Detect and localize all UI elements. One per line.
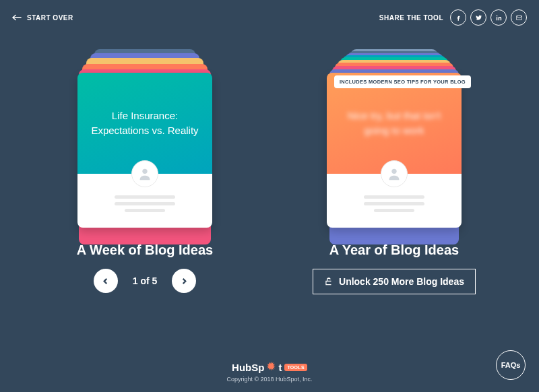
- twitter-button[interactable]: [470, 9, 486, 26]
- year-card-stack: INCLUDES MODERN SEO TIPS FOR YOUR BLOG N…: [327, 49, 462, 228]
- email-button[interactable]: [511, 9, 527, 26]
- email-icon: [515, 14, 523, 22]
- start-over-label: START OVER: [27, 14, 73, 22]
- copyright: Copyright © 2018 HubSpot, Inc.: [226, 376, 312, 383]
- twitter-icon: [475, 14, 482, 22]
- person-icon: [387, 166, 402, 181]
- year-column: INCLUDES MODERN SEO TIPS FOR YOUR BLOG N…: [307, 49, 482, 294]
- linkedin-icon: [495, 14, 503, 22]
- header: START OVER SHARE THE TOOL: [0, 0, 539, 26]
- start-over-button[interactable]: START OVER: [12, 14, 73, 22]
- avatar-placeholder: [131, 160, 158, 187]
- prev-button[interactable]: [94, 269, 118, 293]
- year-card[interactable]: Nice try, but that isn't going to work: [327, 73, 462, 228]
- social-icons: [450, 9, 527, 26]
- share-area: SHARE THE TOOL: [379, 9, 527, 26]
- tools-badge: TOOLS: [284, 364, 307, 371]
- unlock-label: Unlock 250 More Blog Ideas: [339, 276, 464, 287]
- svg-point-1: [391, 169, 396, 174]
- main-content: Life Insurance: Expectations vs. Reality…: [0, 26, 539, 294]
- seo-badge: INCLUDES MODERN SEO TIPS FOR YOUR BLOG: [334, 75, 471, 88]
- svg-point-0: [142, 169, 147, 174]
- year-title: A Year of Blog Ideas: [329, 242, 459, 258]
- card-body: [327, 174, 462, 228]
- facebook-icon: [455, 14, 462, 22]
- week-card-title: Life Insurance: Expectations vs. Reality: [90, 108, 200, 139]
- person-icon: [137, 166, 152, 181]
- card-body: [77, 174, 212, 228]
- unlock-button[interactable]: Unlock 250 More Blog Ideas: [313, 269, 476, 294]
- facebook-button[interactable]: [450, 9, 466, 26]
- pager: 1 of 5: [94, 269, 197, 293]
- faq-button[interactable]: FAQs: [496, 350, 526, 380]
- week-title: A Week of Blog Ideas: [77, 242, 213, 258]
- share-label: SHARE THE TOOL: [379, 14, 443, 22]
- sprocket-icon: ✹: [267, 360, 276, 372]
- pager-label: 1 of 5: [133, 275, 158, 286]
- week-card-stack: Life Insurance: Expectations vs. Reality: [77, 49, 212, 228]
- next-button[interactable]: [172, 269, 196, 293]
- chevron-right-icon: [181, 277, 188, 285]
- year-card-title: Nice try, but that isn't going to work: [339, 108, 449, 139]
- linkedin-button[interactable]: [490, 9, 507, 26]
- chevron-left-icon: [102, 277, 109, 285]
- week-column: Life Insurance: Expectations vs. Reality…: [57, 49, 232, 294]
- week-card[interactable]: Life Insurance: Expectations vs. Reality: [77, 73, 212, 228]
- arrow-left-icon: [12, 14, 22, 21]
- hubspot-logo[interactable]: HubSp✹t TOOLS: [232, 361, 307, 373]
- avatar-placeholder: [381, 160, 408, 187]
- unlock-icon: [324, 277, 334, 286]
- footer: HubSp✹t TOOLS Copyright © 2018 HubSpot, …: [0, 361, 539, 383]
- faq-label: FAQs: [501, 361, 521, 369]
